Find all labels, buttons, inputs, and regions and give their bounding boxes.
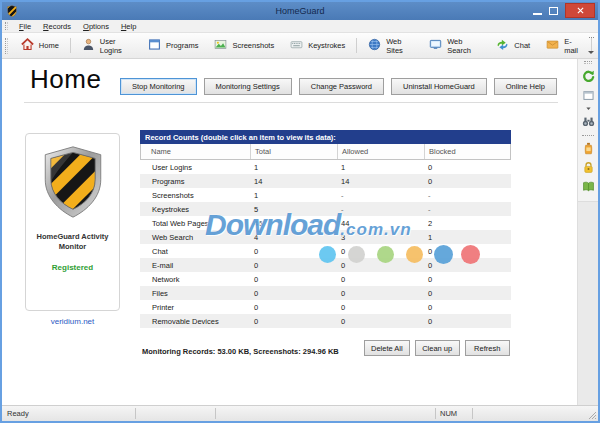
binoculars-icon[interactable] (581, 114, 596, 129)
toolbar-item-screenshots[interactable]: Screenshots (206, 35, 282, 56)
cell-allowed: 3 (337, 233, 424, 242)
close-x-glyph (577, 7, 584, 14)
cell-name: Screenshots (140, 191, 250, 200)
vendor-link[interactable]: veridium.net (25, 317, 120, 326)
toolbar-label-programs: Programs (166, 41, 199, 50)
app-window: HomeGuard FileRecordsOptionsHelp HomeUse… (0, 0, 600, 423)
cell-total: 4 (250, 233, 337, 242)
dropdown-arrow-icon[interactable] (581, 105, 596, 112)
resize-grip-icon[interactable] (588, 411, 597, 420)
refresh-green-icon[interactable] (581, 69, 596, 84)
table-row-files[interactable]: Files000 (140, 286, 511, 300)
minimize-icon[interactable] (533, 7, 542, 15)
table-row-e-mail[interactable]: E-mail000 (140, 258, 511, 272)
menu-item-file[interactable]: File (13, 21, 37, 32)
column-header-blocked[interactable]: Blocked (425, 144, 510, 159)
cell-total: 0 (250, 317, 337, 326)
right-tool-strip (577, 59, 598, 405)
menu-item-help[interactable]: Help (115, 21, 142, 32)
column-header-total[interactable]: Total (251, 144, 338, 159)
refresh-button[interactable]: Refresh (465, 340, 510, 356)
cell-total: 0 (250, 247, 337, 256)
table-row-keystrokes[interactable]: Keystrokes5-- (140, 202, 511, 216)
title-bar: HomeGuard (2, 2, 598, 20)
cell-blocked: 1 (424, 233, 511, 242)
user-icon (82, 38, 95, 53)
table-row-screenshots[interactable]: Screenshots1-- (140, 188, 511, 202)
stop-monitoring-button[interactable]: Stop Monitoring (120, 78, 197, 95)
table-row-printer[interactable]: Printer000 (140, 300, 511, 314)
cell-name: Files (140, 289, 250, 298)
cell-allowed: - (337, 191, 424, 200)
cell-allowed: 44 (337, 219, 424, 228)
clean-up-button[interactable]: Clean up (415, 340, 460, 356)
caption-buttons (533, 3, 595, 18)
toolbar-item-web-sites[interactable]: Web Sites (360, 34, 421, 58)
column-header-allowed[interactable]: Allowed (338, 144, 425, 159)
cell-name: Programs (140, 177, 250, 186)
strip-grip-handle[interactable] (584, 61, 592, 64)
monitoring-summary: Monitoring Records: 53.00 KB, Screenshot… (142, 347, 339, 356)
record-counts-table: Record Counts (double click an item to v… (140, 130, 511, 328)
cell-blocked: - (424, 205, 511, 214)
table-row-user-logins[interactable]: User Logins110 (140, 160, 511, 174)
monitoring-settings-button[interactable]: Monitoring Settings (204, 78, 292, 95)
status-ready-text: Ready (2, 409, 29, 418)
toolbar-label-chat: Chat (514, 41, 530, 50)
book-icon[interactable] (581, 179, 596, 194)
cell-name: Removable Devices (140, 317, 250, 326)
cell-total: 5 (250, 205, 337, 214)
table-body: User Logins110Programs14140Screenshots1-… (140, 160, 511, 328)
table-caption: Record Counts (double click an item to v… (140, 130, 511, 144)
bottle-icon[interactable] (581, 141, 596, 156)
toolbar-item-programs[interactable]: Programs (140, 35, 207, 56)
toolbar-item-home[interactable]: Home (13, 35, 67, 56)
table-row-web-search[interactable]: Web Search431 (140, 230, 511, 244)
menu-item-records[interactable]: Records (37, 21, 77, 32)
table-row-network[interactable]: Network000 (140, 272, 511, 286)
page-title: Home (30, 64, 101, 95)
toolbar-item-e-mail[interactable]: E-mail (538, 34, 588, 58)
cell-blocked: 0 (424, 317, 511, 326)
table-row-removable-devices[interactable]: Removable Devices000 (140, 314, 511, 328)
maximize-icon[interactable] (549, 7, 558, 15)
toolbar-item-chat[interactable]: Chat (488, 35, 538, 56)
uninstall-homeguard-button[interactable]: Uninstall HomeGuard (391, 78, 487, 95)
menu-item-options[interactable]: Options (77, 21, 115, 32)
toolbar-item-keystrokes[interactable]: Keystrokes (282, 35, 353, 56)
toolbar-overflow-icon[interactable] (587, 35, 595, 56)
table-row-programs[interactable]: Programs14140 (140, 174, 511, 188)
cell-name: Total Web Pages (140, 219, 250, 228)
toolbar-item-user-logins[interactable]: User Logins (74, 34, 140, 58)
delete-all-button[interactable]: Delete All (364, 340, 410, 356)
toolbar-item-web-search[interactable]: Web Search (421, 34, 488, 58)
cell-blocked: 0 (424, 247, 511, 256)
table-row-chat[interactable]: Chat000 (140, 244, 511, 258)
strip-lower-panel (578, 201, 598, 405)
menu-grip-handle[interactable] (5, 22, 8, 30)
cell-total: 1 (250, 191, 337, 200)
cell-allowed: 0 (337, 317, 424, 326)
status-divider (135, 408, 136, 419)
cell-blocked: 0 (424, 177, 511, 186)
toolbar-label-user-logins: User Logins (100, 37, 132, 55)
close-icon[interactable] (565, 3, 595, 18)
chat-arrows-icon (496, 38, 509, 53)
table-row-total-web-pages[interactable]: Total Web Pages46442 (140, 216, 511, 230)
padlock-icon[interactable] (581, 160, 596, 175)
envelope-icon (546, 38, 559, 53)
cell-total: 14 (250, 177, 337, 186)
column-header-name[interactable]: Name (141, 144, 251, 159)
change-password-button[interactable]: Change Password (299, 78, 384, 95)
window-gray-icon[interactable] (581, 88, 596, 103)
cell-allowed: 14 (337, 177, 424, 186)
toolbar-label-e-mail: E-mail (564, 37, 580, 55)
online-help-button[interactable]: Online Help (494, 78, 557, 95)
home-icon (21, 38, 34, 53)
toolbar-grip-handle[interactable] (5, 38, 8, 54)
monitor-icon (429, 38, 442, 53)
cell-blocked: 0 (424, 275, 511, 284)
cell-name: Chat (140, 247, 250, 256)
cell-name: Web Search (140, 233, 250, 242)
toolbar-separator (356, 38, 357, 53)
